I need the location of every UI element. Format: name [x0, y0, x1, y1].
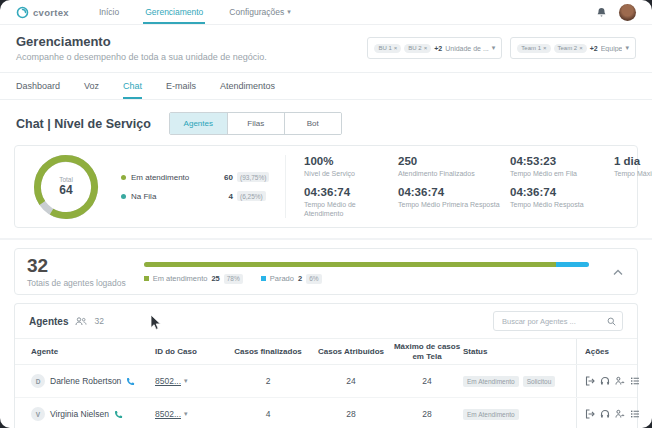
filter-team[interactable]: Team 1× Team 2× +2 Equipe ▾	[510, 37, 636, 59]
filter-chip[interactable]: BU 1×	[374, 44, 401, 53]
donut-chart: Total 64	[25, 150, 107, 224]
legend-item: Em atendimento 60 (93,75%)	[121, 172, 273, 182]
metric: 100%Nível de Serviço	[304, 155, 390, 178]
list-icon[interactable]	[630, 409, 640, 419]
channel-tabs: Dashboard Voz Chat E-mails Atendimentos	[0, 73, 652, 100]
search-icon[interactable]	[607, 317, 616, 326]
view-segmented-control: Agentes Filas Bot	[169, 112, 342, 135]
bar-segment-em-atendimento	[144, 262, 556, 267]
segment-agentes[interactable]: Agentes	[170, 113, 227, 134]
segment-filas[interactable]: Filas	[227, 113, 284, 134]
segment-bot[interactable]: Bot	[284, 113, 341, 134]
filter-label: Equipe	[601, 45, 623, 52]
brand-name: cvortex	[33, 7, 69, 18]
nav-right	[596, 4, 636, 21]
case-id-dropdown[interactable]: 8502...▾	[155, 376, 225, 386]
agents-table-header: Agentes 32	[15, 304, 637, 338]
metric: 04:36:74Tempo Médio Primeira Resposta	[398, 186, 502, 218]
filter-chip[interactable]: Team 2×	[554, 44, 587, 53]
avatar: V	[31, 407, 45, 421]
table-row[interactable]: D Darlene Robertson 8502...▾ 2 24 24 Em …	[15, 365, 637, 398]
sign-out-icon[interactable]	[585, 376, 595, 386]
metric: 04:53:23Tempo Médio em Fila	[510, 155, 606, 178]
actions-cell	[576, 365, 640, 397]
chevron-down-icon: ▾	[625, 44, 629, 52]
col-agente: Agente	[31, 347, 155, 356]
legend-bullet	[121, 175, 126, 180]
legend-bullet	[121, 194, 126, 199]
headset-icon[interactable]	[600, 376, 610, 386]
case-id-dropdown[interactable]: 8502...▾	[155, 409, 225, 419]
agent-transfer-icon[interactable]	[615, 409, 625, 419]
logged-agents-count: 32	[27, 256, 126, 275]
service-level-card: Total 64 Em atendimento 60 (93,75%) Na F…	[14, 145, 638, 228]
col-acoes: Ações	[576, 339, 637, 364]
legend-item: Na Fila 4 (6,25%)	[121, 191, 273, 201]
kpi-metrics: 100%Nível de Serviço 250Atendimento Fina…	[285, 155, 652, 218]
agents-status-bar: Em atendimento 25 78% Parado 2 6%	[144, 260, 589, 284]
tab-dashboard[interactable]: Dashboard	[16, 73, 60, 99]
col-maximo-casos: Máximo de casos em Tela	[391, 342, 463, 360]
metric: 1 diaTempo Máximo em Fila	[614, 155, 652, 178]
tab-voz[interactable]: Voz	[84, 73, 99, 99]
top-nav: cvortex Início Gerenciamento Configuraçõ…	[0, 0, 652, 25]
donut-total-label: Total	[59, 176, 73, 183]
agent-transfer-icon[interactable]	[615, 376, 625, 386]
donut-center: Total 64	[59, 176, 73, 197]
phone-call-icon[interactable]	[126, 377, 135, 386]
chevron-down-icon: ▾	[287, 8, 291, 16]
remove-chip-icon[interactable]: ×	[394, 45, 398, 51]
bar-legend: Em atendimento 25 78% Parado 2 6%	[144, 274, 589, 284]
page-subtitle: Acompanhe o desempenho de toda a sua uni…	[16, 52, 267, 62]
headset-icon[interactable]	[600, 409, 610, 419]
nav-item-configuracoes[interactable]: Configurações▾	[229, 0, 290, 24]
tab-emails[interactable]: E-mails	[166, 73, 196, 99]
brand[interactable]: cvortex	[16, 6, 69, 19]
metric: 04:36:74Tempo Médio Resposta	[510, 186, 606, 218]
more-chips-count: +2	[434, 45, 442, 52]
sign-out-icon[interactable]	[585, 409, 595, 419]
remove-chip-icon[interactable]: ×	[424, 45, 428, 51]
agents-count: 32	[94, 316, 103, 326]
page-header: Gerenciamento Acompanhe o desempenho de …	[0, 25, 652, 73]
user-avatar[interactable]	[619, 4, 636, 21]
agent-cell: V Virginia Nielsen	[31, 407, 155, 421]
filter-label: Unidade de ...	[445, 45, 489, 52]
search-input[interactable]	[500, 316, 603, 327]
tab-atendimentos[interactable]: Atendimentos	[220, 73, 275, 99]
donut-total-value: 64	[59, 183, 73, 197]
col-status: Status	[463, 347, 576, 356]
nav-item-inicio[interactable]: Início	[99, 0, 119, 24]
logged-agents-label: Totais de agentes logados	[27, 278, 126, 288]
search-box[interactable]	[493, 311, 623, 331]
panel-title: Chat | Nível de Serviço	[16, 117, 151, 131]
table-row[interactable]: V Virginia Nielsen 8502...▾ 4 28 28 Em A…	[15, 398, 637, 428]
bar-segment-parado	[556, 262, 589, 267]
legend-item: Parado 2 6%	[261, 274, 322, 284]
panel-header: Chat | Nível de Serviço Agentes Filas Bo…	[0, 100, 652, 145]
agents-summary-total: 32 Totais de agentes logados	[27, 256, 126, 288]
filter-business-unit[interactable]: BU 1× BU 2× +2 Unidade de ... ▾	[367, 37, 502, 59]
agents-table-card: Agentes 32 Agente ID do Caso Casos final…	[14, 303, 638, 428]
remove-chip-icon[interactable]: ×	[543, 45, 547, 51]
bell-icon[interactable]	[596, 7, 607, 18]
remove-chip-icon[interactable]: ×	[579, 45, 583, 51]
status-badge: Solicitou	[523, 376, 556, 387]
metric: 250Atendimento Finalizados	[398, 155, 502, 178]
app-window: cvortex Início Gerenciamento Configuraçõ…	[0, 0, 652, 428]
list-icon[interactable]	[630, 376, 640, 386]
filter-chip[interactable]: Team 1×	[517, 44, 550, 53]
phone-call-icon[interactable]	[114, 410, 123, 419]
section-divider	[0, 238, 652, 240]
nav-item-gerenciamento[interactable]: Gerenciamento	[145, 0, 203, 24]
collapse-chevron-up-icon[interactable]	[611, 262, 625, 281]
legend-bullet	[261, 276, 266, 281]
tab-chat[interactable]: Chat	[123, 73, 142, 99]
percentage-badge: 6%	[306, 274, 321, 284]
status-badge: Em Atendimento	[463, 376, 519, 387]
filter-chip[interactable]: BU 2×	[404, 44, 431, 53]
avatar: D	[31, 374, 45, 388]
chevron-down-icon: ▾	[184, 377, 188, 385]
status-cell: Em Atendimento Solicitou	[463, 376, 576, 387]
donut-legend: Em atendimento 60 (93,75%) Na Fila 4 (6,…	[121, 172, 273, 201]
